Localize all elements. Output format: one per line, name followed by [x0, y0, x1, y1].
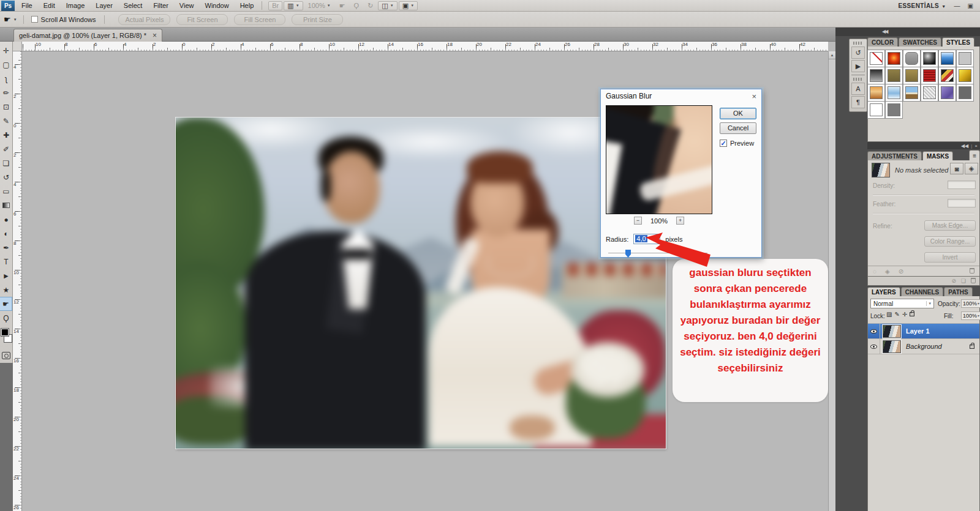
lock-pixels-icon[interactable]: ✎ [894, 311, 899, 318]
menu-filter[interactable]: Filter [148, 1, 173, 11]
crop-tool[interactable]: ⊡ [0, 100, 12, 114]
close-icon[interactable]: × [153, 31, 157, 40]
layer-visibility-toggle[interactable] [868, 324, 880, 338]
lock-all-icon[interactable] [910, 312, 914, 316]
fit-screen-button[interactable]: Fit Screen [176, 14, 228, 25]
brush-tool[interactable]: ✐ [0, 142, 12, 156]
lock-transparency-icon[interactable]: ▨ [886, 311, 892, 318]
pen-tool[interactable]: ✒ [0, 241, 12, 255]
clone-stamp-tool[interactable]: ❏ [0, 156, 12, 170]
vertical-scrollbar[interactable]: ▲ [828, 51, 835, 511]
collapse-icons-button[interactable]: ◀◀ [961, 143, 968, 149]
mask-selection-icon[interactable]: ◌ [873, 268, 876, 275]
panel-menu-icon[interactable]: ≡ [969, 150, 980, 160]
style-red-glow[interactable] [885, 50, 903, 67]
style-noise[interactable] [921, 84, 938, 102]
custom-shape-tool[interactable]: ★ [0, 283, 12, 297]
quick-selection-tool[interactable]: ✏ [0, 86, 12, 100]
trash-icon[interactable] [971, 278, 976, 285]
actual-pixels-button[interactable]: Actual Pixels [118, 14, 170, 25]
tab-swatches[interactable]: SWATCHES [899, 37, 941, 47]
close-panel-button[interactable]: × [974, 143, 978, 149]
style-tan[interactable] [903, 67, 921, 84]
hand-tool-icon[interactable]: ☛ [336, 1, 349, 10]
hand-tool[interactable]: ☛ [0, 297, 12, 311]
style-black-sphere[interactable] [921, 50, 938, 67]
style-gray-fade[interactable] [867, 67, 885, 84]
zoom-tool-icon[interactable]: Ϙ [350, 1, 363, 10]
style-gray-rounded[interactable] [903, 50, 921, 67]
menu-edit[interactable]: Edit [38, 1, 61, 11]
style-purple[interactable] [938, 84, 956, 102]
rotate-view-icon[interactable]: ↻ [364, 1, 377, 10]
blur-tool[interactable]: ● [0, 212, 12, 226]
lasso-tool[interactable]: ʅ [0, 72, 12, 86]
preview-checkbox[interactable]: ✓ [720, 140, 727, 147]
workspace-switcher[interactable]: ESSENTİALS▼ [898, 2, 946, 9]
marquee-tool[interactable]: ▢ [0, 58, 12, 72]
dodge-tool[interactable]: ◐ [0, 226, 12, 241]
style-sunset[interactable] [867, 84, 885, 102]
print-size-button[interactable]: Print Size [292, 14, 343, 25]
collapse-to-icons-button[interactable]: ◀◀ [882, 29, 887, 34]
document-tab[interactable]: geli-damat.jpg @ 100% (Layer 1, RGB/8) *… [13, 29, 162, 42]
scroll-up-icon[interactable]: ▲ [829, 51, 835, 59]
view-extras-icon[interactable]: ▥▼ [284, 1, 303, 10]
menu-layer[interactable]: Layer [90, 1, 118, 11]
delete-mask-icon[interactable] [970, 268, 974, 275]
mask-edge-button[interactable]: Mask Edge... [924, 220, 976, 231]
healing-brush-tool[interactable]: ✚ [0, 128, 12, 142]
drag-grip[interactable] [853, 78, 863, 81]
menu-image[interactable]: Image [61, 1, 91, 11]
layer-row-layer-1[interactable]: Layer 1 [868, 324, 979, 339]
tab-channels[interactable]: CHANNELS [901, 287, 944, 296]
minimize-button[interactable]: — [952, 2, 962, 9]
history-panel-icon[interactable]: ↺ [851, 47, 865, 59]
bridge-launch-icon[interactable]: Br [268, 1, 282, 10]
eyedropper-tool[interactable]: ✎ [0, 114, 12, 128]
style-white-stroke[interactable] [867, 101, 885, 119]
tool-preset-picker[interactable]: ☛ ▼ [0, 15, 21, 24]
type-tool[interactable]: T [0, 255, 12, 269]
layer-row-background[interactable]: Background [868, 339, 979, 354]
color-range-button[interactable]: Color Range... [924, 236, 976, 247]
style-flat-light-gray[interactable] [956, 50, 974, 67]
add-vector-mask-button[interactable]: ◈ [965, 163, 978, 174]
cancel-button[interactable]: Cancel [720, 122, 756, 134]
zoom-level-value[interactable]: 100%▼ [304, 1, 334, 10]
tab-paths[interactable]: PATHS [944, 287, 972, 296]
drag-grip[interactable] [853, 42, 863, 45]
menu-help[interactable]: Help [235, 1, 260, 11]
zoom-tool[interactable]: Ϙ [0, 311, 12, 325]
menu-select[interactable]: Select [118, 1, 148, 11]
opacity-value[interactable]: 100% [961, 299, 980, 308]
restore-button[interactable]: ▣ [966, 2, 975, 9]
actions-panel-icon[interactable]: ▶ [851, 60, 865, 72]
clear-icon[interactable]: ⊘ [951, 278, 956, 284]
scroll-all-windows-checkbox[interactable] [31, 16, 38, 23]
foreground-color-swatch[interactable] [1, 329, 9, 336]
ok-button[interactable]: OK [720, 108, 756, 119]
zoom-out-button[interactable]: − [634, 217, 642, 225]
style-multicolor[interactable] [938, 67, 956, 84]
tab-styles[interactable]: STYLES [942, 37, 974, 47]
tab-color[interactable]: COLOR [867, 37, 898, 47]
disable-mask-icon[interactable]: ⊘ [899, 268, 903, 275]
eraser-tool[interactable]: ▭ [0, 184, 12, 198]
document-image[interactable] [176, 117, 666, 449]
invert-button[interactable]: Invert [924, 252, 976, 263]
add-pixel-mask-button[interactable]: ◙ [950, 163, 963, 174]
tab-adjustments[interactable]: ADJUSTMENTS [867, 151, 922, 160]
lock-position-icon[interactable]: ✛ [902, 311, 907, 318]
menu-file[interactable]: File [16, 1, 38, 11]
style-sky-blue[interactable] [885, 84, 903, 102]
history-brush-tool[interactable]: ↺ [0, 170, 12, 184]
quick-mask-button[interactable] [2, 352, 10, 359]
paragraph-panel-icon[interactable]: ¶ [851, 96, 865, 108]
zoom-in-button[interactable]: + [676, 217, 684, 225]
tab-masks[interactable]: MASKS [922, 151, 953, 160]
new-panel-icon[interactable]: ❏ [961, 278, 966, 284]
gradient-tool[interactable] [0, 198, 12, 212]
move-tool[interactable]: ✛ [0, 43, 12, 58]
photoshop-logo[interactable]: Ps [1, 1, 15, 11]
